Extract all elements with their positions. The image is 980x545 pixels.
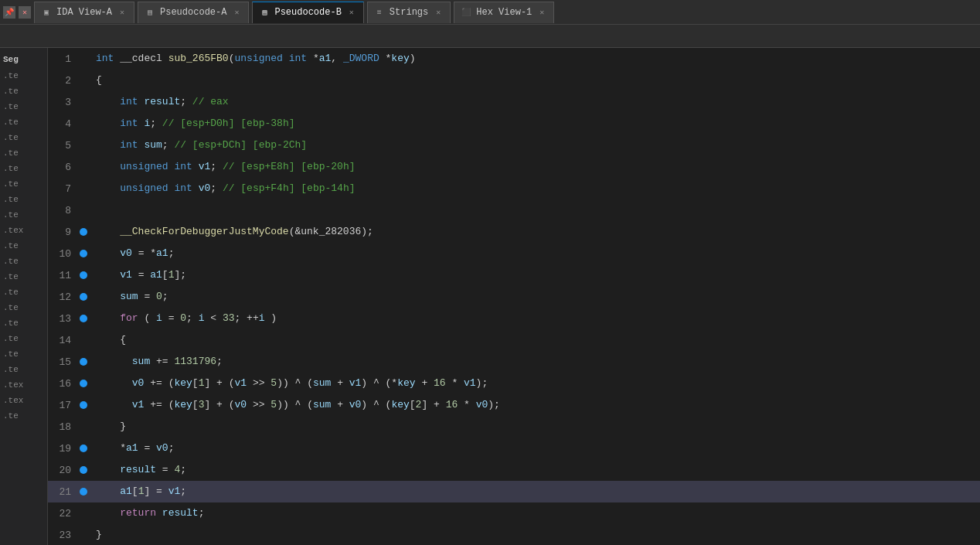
line-num-14: 14: [48, 335, 77, 346]
breakpoint-17[interactable]: [77, 401, 90, 409]
bp-dot-12: [80, 293, 87, 301]
title-bar: 📌✕▣IDA View-A✕▤Pseudocode-A✕▤Pseudocode-…: [0, 0, 980, 25]
sidebar-item-0[interactable]: .te: [0, 68, 47, 83]
breakpoint-11[interactable]: [77, 271, 90, 279]
code-line-21[interactable]: 21 a1[1] = v1;: [48, 481, 980, 502]
sidebar-item-6[interactable]: .te: [0, 161, 47, 176]
tab-label-pseudocode-b: Pseudocode-B: [274, 7, 341, 18]
breakpoint-19[interactable]: [77, 445, 90, 452]
sidebar-item-8[interactable]: .te: [0, 192, 47, 207]
tab-close-hex-view-1[interactable]: ✕: [536, 7, 547, 18]
breakpoint-15[interactable]: [77, 358, 90, 366]
tab-pseudocode-b[interactable]: ▤Pseudocode-B✕: [252, 2, 363, 23]
breakpoint-12[interactable]: [77, 293, 90, 301]
sidebar-item-22[interactable]: .te: [0, 408, 47, 424]
line-num-1: 1: [48, 53, 77, 65]
sidebar-item-1[interactable]: .te: [0, 83, 47, 99]
code-line-7[interactable]: 7 unsigned int v0; // [esp+F4h] [ebp-14h…: [48, 178, 980, 199]
code-line-9[interactable]: 9 __CheckForDebuggerJustMyCode(&unk_2820…: [48, 221, 980, 243]
code-line-18[interactable]: 18 }: [48, 416, 980, 438]
sidebar-item-13[interactable]: .te: [0, 269, 47, 284]
line-num-10: 10: [48, 248, 77, 260]
sidebar-item-5[interactable]: .te: [0, 145, 47, 161]
line-num-9: 9: [48, 227, 77, 238]
code-line-19[interactable]: 19 *a1 = v0;: [48, 438, 980, 459]
code-line-2[interactable]: 2{: [48, 70, 980, 91]
sidebar-item-17[interactable]: .te: [0, 331, 47, 346]
code-text-18: }: [90, 416, 126, 438]
tab-close-ida-view-a[interactable]: ✕: [117, 7, 128, 18]
line-num-18: 18: [48, 421, 77, 433]
tab-strings[interactable]: ≡Strings✕: [367, 2, 451, 23]
breakpoint-9[interactable]: [77, 228, 90, 236]
code-text-3: int result; // eax: [90, 91, 229, 113]
line-num-16: 16: [48, 378, 77, 390]
code-text-11: v1 = a1[1];: [90, 264, 186, 286]
sidebar-item-20[interactable]: .tex: [0, 377, 47, 393]
code-line-12[interactable]: 12 sum = 0;: [48, 286, 980, 308]
tab-close-pseudocode-a[interactable]: ✕: [231, 7, 242, 18]
tab-bar: [0, 25, 980, 48]
tab-pseudocode-a[interactable]: ▤Pseudocode-A✕: [138, 2, 249, 23]
sidebar-item-10[interactable]: .tex: [0, 223, 47, 238]
tab-icon-ida-view-a: ▣: [41, 7, 52, 18]
bp-dot-13: [80, 315, 87, 322]
code-line-4[interactable]: 4 int i; // [esp+D0h] [ebp-38h]: [48, 113, 980, 135]
breakpoint-21[interactable]: [77, 488, 90, 496]
code-text-16: v0 += (key[1] + (v1 >> 5)) ^ (sum + v1) …: [90, 373, 488, 394]
sidebar-item-11[interactable]: .te: [0, 238, 47, 254]
sidebar-item-2[interactable]: .te: [0, 99, 47, 114]
sidebar-item-9[interactable]: .te: [0, 207, 47, 223]
breakpoint-20[interactable]: [77, 466, 90, 474]
code-text-20: result = 4;: [90, 459, 186, 481]
bp-dot-16: [80, 380, 87, 387]
code-line-3[interactable]: 3 int result; // eax: [48, 91, 980, 113]
main-layout: Seg .te.te.te.te.te.te.te.te.te.te.tex.t…: [0, 48, 980, 545]
code-area[interactable]: 1int __cdecl sub_265FB0(unsigned int *a1…: [48, 48, 980, 545]
sidebar-item-16[interactable]: .te: [0, 315, 47, 331]
code-line-10[interactable]: 10 v0 = *a1;: [48, 243, 980, 264]
sidebar-item-7[interactable]: .te: [0, 176, 47, 192]
code-line-15[interactable]: 15 sum += 1131796;: [48, 351, 980, 373]
code-line-17[interactable]: 17 v1 += (key[3] + (v0 >> 5)) ^ (sum + v…: [48, 394, 980, 416]
sidebar-item-18[interactable]: .te: [0, 346, 47, 362]
code-line-5[interactable]: 5 int sum; // [esp+DCh] [ebp-2Ch]: [48, 135, 980, 156]
code-text-13: for ( i = 0; i < 33; ++i ): [90, 308, 277, 329]
breakpoint-13[interactable]: [77, 315, 90, 322]
code-line-22[interactable]: 22 return result;: [48, 502, 980, 524]
tab-icon-strings: ≡: [374, 7, 385, 18]
sidebar-item-3[interactable]: .te: [0, 114, 47, 130]
seg-label: Seg: [0, 51, 47, 68]
sidebar-item-15[interactable]: .te: [0, 300, 47, 315]
tab-ida-view-a[interactable]: ▣IDA View-A✕: [34, 2, 134, 23]
code-text-12: sum = 0;: [90, 286, 168, 308]
bp-dot-11: [80, 271, 87, 279]
sidebar-item-21[interactable]: .tex: [0, 393, 47, 408]
tab-hex-view-1[interactable]: ⬛Hex View-1✕: [454, 2, 554, 23]
line-num-20: 20: [48, 465, 77, 476]
code-line-13[interactable]: 13 for ( i = 0; i < 33; ++i ): [48, 308, 980, 329]
tab-close-pseudocode-b[interactable]: ✕: [346, 7, 357, 18]
sidebar-item-14[interactable]: .te: [0, 284, 47, 300]
close-icon[interactable]: ✕: [19, 6, 31, 19]
tab-icon-pseudocode-a: ▤: [145, 7, 155, 18]
sidebar-item-19[interactable]: .te: [0, 362, 47, 377]
pin-icon[interactable]: 📌: [3, 6, 15, 19]
code-line-1[interactable]: 1int __cdecl sub_265FB0(unsigned int *a1…: [48, 48, 980, 70]
sidebar: Seg .te.te.te.te.te.te.te.te.te.te.tex.t…: [0, 48, 48, 545]
code-line-11[interactable]: 11 v1 = a1[1];: [48, 264, 980, 286]
tab-close-strings[interactable]: ✕: [433, 7, 444, 18]
line-num-23: 23: [48, 530, 77, 541]
code-line-14[interactable]: 14 {: [48, 329, 980, 351]
breakpoint-10[interactable]: [77, 250, 90, 257]
line-num-13: 13: [48, 313, 77, 325]
code-line-16[interactable]: 16 v0 += (key[1] + (v1 >> 5)) ^ (sum + v…: [48, 373, 980, 394]
code-line-8[interactable]: 8: [48, 199, 980, 221]
code-line-20[interactable]: 20 result = 4;: [48, 459, 980, 481]
code-line-6[interactable]: 6 unsigned int v1; // [esp+E8h] [ebp-20h…: [48, 156, 980, 178]
sidebar-item-12[interactable]: .te: [0, 254, 47, 269]
line-num-17: 17: [48, 400, 77, 411]
sidebar-item-4[interactable]: .te: [0, 130, 47, 145]
code-line-23[interactable]: 23}: [48, 524, 980, 545]
breakpoint-16[interactable]: [77, 380, 90, 387]
